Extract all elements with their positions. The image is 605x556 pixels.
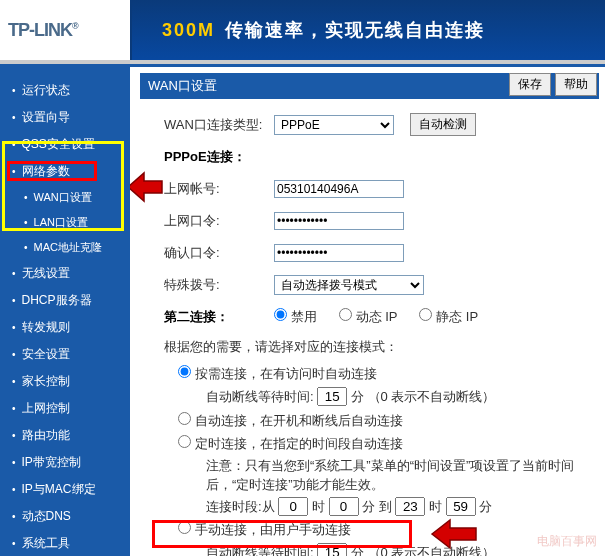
special-dial-select[interactable]: 自动选择拨号模式: [274, 275, 424, 295]
mode-hint: 根据您的需要，请选择对应的连接模式：: [164, 338, 599, 356]
help-button-top[interactable]: 帮助: [555, 73, 597, 96]
time-to-m[interactable]: [446, 497, 476, 516]
password-input[interactable]: [274, 212, 404, 230]
nav-system[interactable]: 系统工具: [0, 530, 130, 556]
watermark: 电脑百事网: [537, 533, 597, 550]
idle-time-1[interactable]: [317, 387, 347, 406]
pppoe-heading: PPPoE连接：: [164, 148, 246, 166]
second-staticip[interactable]: 静态 IP: [419, 309, 478, 324]
time-from-h[interactable]: [278, 497, 308, 516]
nav-ddns[interactable]: 动态DNS: [0, 503, 130, 530]
header-banner: 300M 传输速率，实现无线自由连接: [130, 0, 605, 60]
second-disable[interactable]: 禁用: [274, 309, 317, 324]
banner-speed: 300M: [162, 20, 215, 41]
mode-timed[interactable]: 定时连接，在指定的时间段自动连接: [178, 436, 403, 451]
nav-ipmac[interactable]: IP与MAC绑定: [0, 476, 130, 503]
banner-text: 传输速率，实现无线自由连接: [225, 18, 485, 42]
password-label: 上网口令:: [164, 212, 274, 230]
nav-security[interactable]: 安全设置: [0, 341, 130, 368]
nav-dhcp[interactable]: DHCP服务器: [0, 287, 130, 314]
nav-qss[interactable]: QSS安全设置: [0, 131, 130, 158]
nav-wireless[interactable]: 无线设置: [0, 260, 130, 287]
logo-area: TP-LINK®: [0, 0, 130, 60]
nav-wizard[interactable]: 设置向导: [0, 104, 130, 131]
nav-access[interactable]: 上网控制: [0, 395, 130, 422]
wan-type-label: WAN口连接类型:: [164, 116, 274, 134]
mode-demand[interactable]: 按需连接，在有访问时自动连接: [178, 366, 377, 381]
special-dial-label: 特殊拨号:: [164, 276, 274, 294]
nav-network[interactable]: 网络参数: [0, 158, 130, 185]
nav-parent[interactable]: 家长控制: [0, 368, 130, 395]
auto-detect-button[interactable]: 自动检测: [410, 113, 476, 136]
nav-route[interactable]: 路由功能: [0, 422, 130, 449]
second-conn-label: 第二连接：: [164, 308, 274, 326]
idle-time-2[interactable]: [317, 543, 347, 556]
save-button-top[interactable]: 保存: [509, 73, 551, 96]
time-to-h[interactable]: [395, 497, 425, 516]
nav-forward[interactable]: 转发规则: [0, 314, 130, 341]
nav-bandwidth[interactable]: IP带宽控制: [0, 449, 130, 476]
wan-type-select[interactable]: PPPoE: [274, 115, 394, 135]
nav-lan[interactable]: LAN口设置: [0, 210, 130, 235]
mode-auto[interactable]: 自动连接，在开机和断线后自动连接: [178, 413, 403, 428]
sidebar: 运行状态 设置向导 QSS安全设置 网络参数 WAN口设置 LAN口设置 MAC…: [0, 67, 130, 556]
brand-logo: TP-LINK®: [8, 20, 78, 41]
nav-mac-clone[interactable]: MAC地址克隆: [0, 235, 130, 260]
nav-wan[interactable]: WAN口设置: [0, 185, 130, 210]
confirm-input[interactable]: [274, 244, 404, 262]
timed-note: 注意：只有当您到“系统工具”菜单的“时间设置”项设置了当前时间后，“定时连接”功…: [178, 456, 599, 495]
second-dynip[interactable]: 动态 IP: [339, 309, 398, 324]
content-panel: 保存 帮助 WAN口设置 WAN口连接类型: PPPoE 自动检测 PPPoE连…: [130, 67, 605, 556]
account-label: 上网帐号:: [164, 180, 274, 198]
nav-status[interactable]: 运行状态: [0, 77, 130, 104]
confirm-label: 确认口令:: [164, 244, 274, 262]
mode-manual[interactable]: 手动连接，由用户手动连接: [178, 522, 351, 537]
time-from-m[interactable]: [329, 497, 359, 516]
account-input[interactable]: [274, 180, 404, 198]
